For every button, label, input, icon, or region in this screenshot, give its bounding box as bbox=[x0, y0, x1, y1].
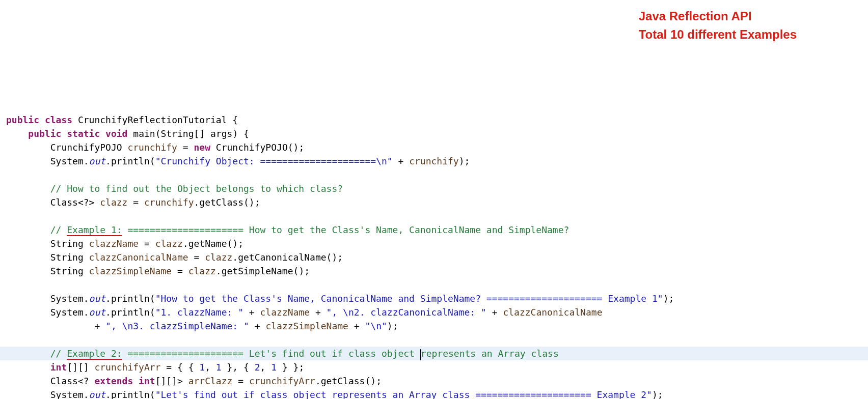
code-line-active: // Example 2: ===================== Let'… bbox=[0, 347, 868, 360]
code-line: CrunchifyPOJO crunchify = new CrunchifyP… bbox=[6, 140, 868, 154]
code-line: + ", \n3. clazzSimpleName: " + clazzSimp… bbox=[6, 319, 868, 333]
code-line: String clazzName = clazz.getName(); bbox=[6, 237, 868, 250]
code-line-blank bbox=[6, 168, 868, 182]
code-line-blank bbox=[6, 278, 868, 292]
example-2-annotation: Example 2: bbox=[67, 348, 122, 360]
code-line: // How to find out the Object belongs to… bbox=[6, 182, 868, 195]
code-line: System.out.println("Crunchify Object: ==… bbox=[6, 154, 868, 168]
code-line: int[][] crunchifyArr = { { 1, 1 }, { 2, … bbox=[6, 360, 868, 374]
code-line: System.out.println("Let's find out if cl… bbox=[6, 388, 868, 399]
code-line: // Example 1: ===================== How … bbox=[6, 223, 868, 237]
code-line: System.out.println("1. clazzName: " + cl… bbox=[6, 305, 868, 319]
callout-line-2: Total 10 different Examples bbox=[639, 25, 797, 44]
code-line: Class<?> clazz = crunchify.getClass(); bbox=[6, 195, 868, 209]
code-line: Class<? extends int[][]> arrClazz = crun… bbox=[6, 374, 868, 388]
annotation-callout: Java Reflection API Total 10 different E… bbox=[639, 7, 797, 44]
callout-line-1: Java Reflection API bbox=[639, 7, 797, 25]
text-cursor bbox=[420, 349, 421, 360]
example-1-annotation: Example 1: bbox=[67, 224, 122, 236]
code-line: public class CrunchifyReflectionTutorial… bbox=[6, 113, 868, 127]
code-line: String clazzCanonicalName = clazz.getCan… bbox=[6, 250, 868, 264]
code-line-blank bbox=[6, 333, 868, 347]
code-line: System.out.println("How to get the Class… bbox=[6, 292, 868, 305]
code-line: String clazzSimpleName = clazz.getSimple… bbox=[6, 264, 868, 278]
code-editor[interactable]: public class CrunchifyReflectionTutorial… bbox=[6, 113, 868, 399]
code-line-blank bbox=[6, 209, 868, 223]
code-line: public static void main(String[] args) { bbox=[6, 127, 868, 140]
